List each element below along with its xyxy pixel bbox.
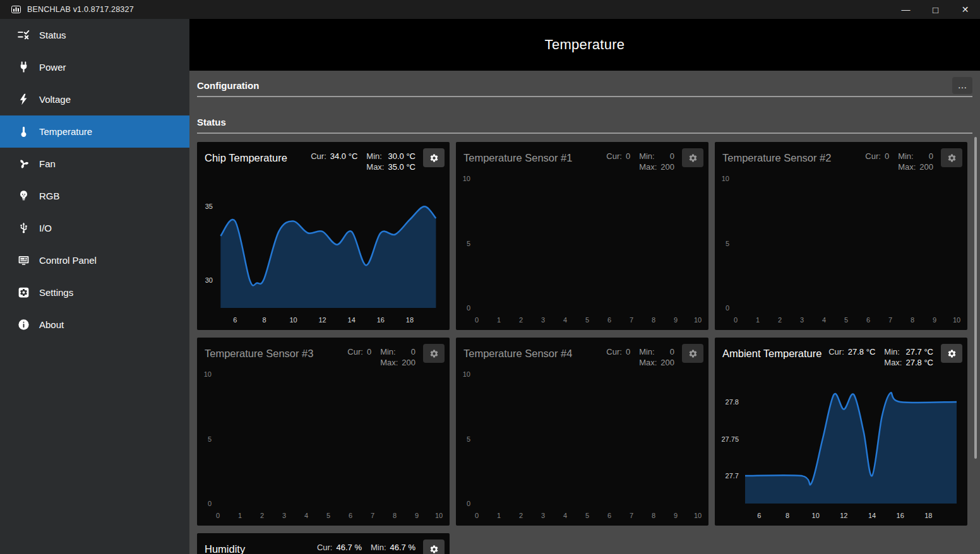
axis-tick-label: 3	[541, 316, 545, 324]
cur-value: 27.8 °C	[848, 347, 876, 357]
cur-value: 0	[626, 151, 630, 161]
sidebar-item-label: Settings	[39, 287, 73, 298]
sidebar-item-i-o[interactable]: I/O	[0, 212, 189, 244]
cur-label: Cur:	[606, 151, 622, 161]
sidebar-item-label: Temperature	[39, 126, 92, 137]
usb-icon	[17, 221, 30, 235]
gear-icon	[688, 153, 698, 163]
max-value: 27.8 °C	[905, 358, 933, 367]
sidebar-item-about[interactable]: About	[0, 309, 189, 341]
axis-tick-label: 10	[812, 512, 820, 519]
sidebar-item-label: RGB	[39, 191, 60, 201]
min-label: Min:	[639, 151, 657, 161]
card-header: Temperature Sensor #3 Cur: 0 Min: 0 Max:…	[197, 338, 450, 367]
plug-icon	[17, 61, 30, 74]
sidebar: StatusPowerVoltageTemperatureFanRGBI/OCo…	[0, 19, 189, 554]
card-settings-button[interactable]	[682, 148, 703, 167]
min-label: Min:	[366, 151, 384, 161]
axis-tick-label: 10	[722, 175, 729, 182]
checklist-icon	[17, 28, 30, 42]
card-header: Humidity Cur: 46.7 % Min: 46.7 %	[197, 533, 450, 554]
scrollbar-thumb[interactable]	[974, 137, 977, 459]
axis-tick-label: 10	[694, 512, 702, 519]
ellipsis-icon: …	[958, 83, 967, 88]
min-label: Min:	[380, 347, 398, 357]
card-header: Ambient Temperature Cur: 27.8 °C Min: 27…	[715, 338, 967, 367]
configuration-section-header: Configuration …	[197, 74, 972, 96]
card-stats: Cur: 27.8 °C Min: 27.7 °C Max: 27.8 °C	[828, 346, 933, 367]
cur-value: 0	[367, 347, 371, 357]
axis-tick-label: 10	[289, 316, 297, 324]
axis-tick-label: 16	[897, 512, 904, 519]
card-settings-button[interactable]	[423, 539, 445, 554]
axis-tick-label: 5	[726, 240, 729, 247]
sidebar-item-label: Fan	[39, 158, 56, 169]
scrollbar-track[interactable]	[974, 137, 977, 550]
axis-tick-label: 7	[888, 316, 892, 324]
card-settings-button[interactable]	[682, 344, 703, 363]
axis-tick-label: 12	[840, 512, 847, 519]
axis-tick-label: 9	[674, 512, 678, 519]
axis-tick-label: 9	[674, 316, 678, 324]
sidebar-item-fan[interactable]: Fan	[0, 148, 189, 180]
sidebar-item-status[interactable]: Status	[0, 19, 189, 51]
axis-tick-label: 6	[866, 316, 870, 324]
sidebar-item-settings[interactable]: Settings	[0, 276, 189, 309]
cur-label: Cur:	[311, 151, 326, 161]
card-stats: Cur: 0 Min: 0 Max: 200	[347, 346, 415, 367]
axis-tick-label: 1	[756, 316, 760, 324]
card-settings-button[interactable]	[423, 148, 445, 167]
sidebar-item-rgb[interactable]: RGB	[0, 180, 189, 212]
axis-tick-label: 10	[435, 512, 443, 519]
bulb-icon	[17, 189, 30, 203]
more-options-button[interactable]: …	[952, 77, 972, 94]
maximize-button[interactable]: □	[921, 0, 950, 19]
max-value: 200	[919, 162, 933, 172]
cur-label: Cur:	[317, 543, 333, 552]
axis-tick-label: 1	[238, 512, 242, 519]
cur-label: Cur:	[865, 151, 881, 161]
axis-tick-label: 0	[475, 316, 479, 324]
axis-tick-label: 10	[463, 370, 470, 378]
sidebar-item-power[interactable]: Power	[0, 51, 189, 83]
axis-tick-label: 5	[208, 435, 212, 443]
card-title: Temperature Sensor #2	[722, 150, 865, 164]
app-title: BENCHLAB v1.0.8717.28327	[27, 5, 134, 14]
min-label: Min:	[371, 543, 386, 552]
app-logo-icon	[11, 6, 21, 13]
max-value: 200	[660, 162, 674, 172]
info-icon	[17, 318, 30, 331]
monitor-icon	[17, 254, 30, 267]
thermometer-icon	[17, 125, 30, 138]
card-settings-button[interactable]	[423, 344, 445, 363]
axis-tick-label: 16	[377, 316, 385, 324]
sensor-card: 3035681012141618 Chip Temperature Cur: 3…	[197, 142, 450, 330]
sidebar-item-label: Voltage	[39, 94, 71, 105]
axis-tick-label: 8	[652, 512, 655, 519]
sidebar-item-voltage[interactable]: Voltage	[0, 83, 189, 115]
axis-tick-label: 10	[953, 316, 960, 324]
axis-tick-label: 0	[726, 304, 729, 312]
max-value: 35.0 °C	[388, 162, 415, 172]
sidebar-item-temperature[interactable]: Temperature	[0, 115, 189, 148]
sidebar-item-control-panel[interactable]: Control Panel	[0, 244, 189, 276]
card-settings-button[interactable]	[941, 148, 962, 167]
axis-tick-label: 8	[393, 512, 397, 519]
axis-tick-label: 27.7	[726, 472, 739, 480]
axis-tick-label: 8	[262, 316, 266, 324]
axis-tick-label: 3	[282, 512, 286, 519]
axis-tick-label: 6	[607, 512, 611, 519]
gear-icon	[429, 153, 439, 163]
card-header: Temperature Sensor #2 Cur: 0 Min: 0 Max:…	[715, 142, 967, 172]
axis-tick-label: 5	[467, 240, 470, 247]
card-settings-button[interactable]	[941, 344, 962, 363]
min-label: Min:	[898, 151, 916, 161]
cur-label: Cur:	[828, 347, 844, 357]
titlebar: BENCHLAB v1.0.8717.28327 — □ ✕	[0, 0, 980, 19]
close-button[interactable]: ✕	[950, 0, 980, 19]
minimize-button[interactable]: —	[891, 0, 921, 19]
page-title: Temperature	[545, 37, 625, 53]
status-divider	[197, 133, 972, 134]
axis-tick-label: 8	[652, 316, 655, 324]
sensor-card: 0510012345678910 Temperature Sensor #1 C…	[456, 142, 708, 330]
